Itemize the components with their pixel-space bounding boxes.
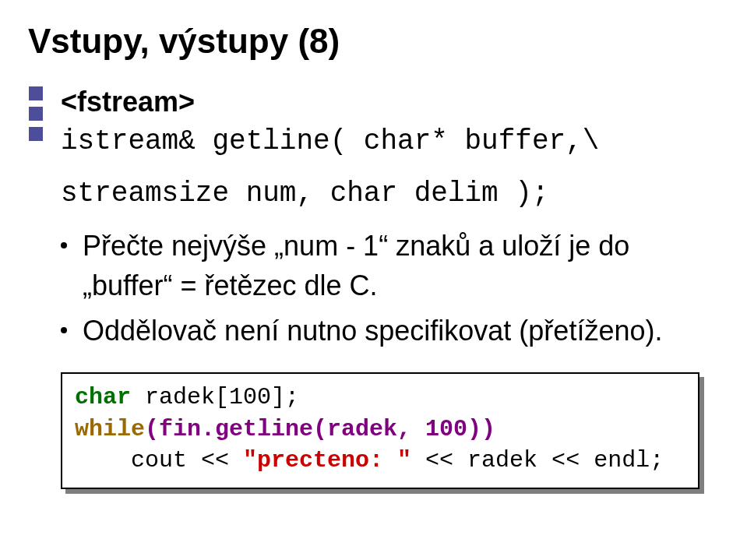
code-line: char radek[100]; <box>75 382 685 414</box>
bullet-item: Přečte nejvýše „num - 1“ znaků a uloží j… <box>61 227 723 305</box>
declaration-line-1: istream& getline( char* buffer,\ <box>61 123 723 161</box>
code-text <box>75 447 131 474</box>
slide: Vstupy, výstupy (8) <fstream> istream& g… <box>0 0 747 560</box>
code-text: radek[100]; <box>131 384 299 410</box>
string-literal: "precteno: " <box>243 447 411 474</box>
code-line: while(fin.getline(radek, 100)) <box>75 414 685 446</box>
bullet-list: Přečte nejvýše „num - 1“ znaků a uloží j… <box>61 227 723 350</box>
identifier: ) <box>481 416 495 442</box>
identifier: getline(radek, 100) <box>215 416 481 442</box>
identifier: (fin. <box>145 416 215 442</box>
code-text: cout << <box>131 447 243 474</box>
declaration-line-2: streamsize num, char delim ); <box>61 175 723 213</box>
bullet-item: Oddělovač není nutno specifikovat (přetí… <box>61 312 723 350</box>
square-icon <box>28 126 44 142</box>
keyword-control: while <box>75 416 145 442</box>
page-title: Vstupy, výstupy (8) <box>0 22 747 61</box>
subheading: <fstream> <box>61 86 723 118</box>
keyword-type: char <box>75 384 131 410</box>
content-area: <fstream> istream& getline( char* buffer… <box>61 86 723 489</box>
square-icon <box>28 106 44 122</box>
code-text: << radek << endl; <box>411 447 664 474</box>
code-line: cout << "precteno: " << radek << endl; <box>75 445 685 477</box>
square-icon <box>28 86 44 101</box>
code-example-box: char radek[100]; while(fin.getline(radek… <box>61 372 699 489</box>
